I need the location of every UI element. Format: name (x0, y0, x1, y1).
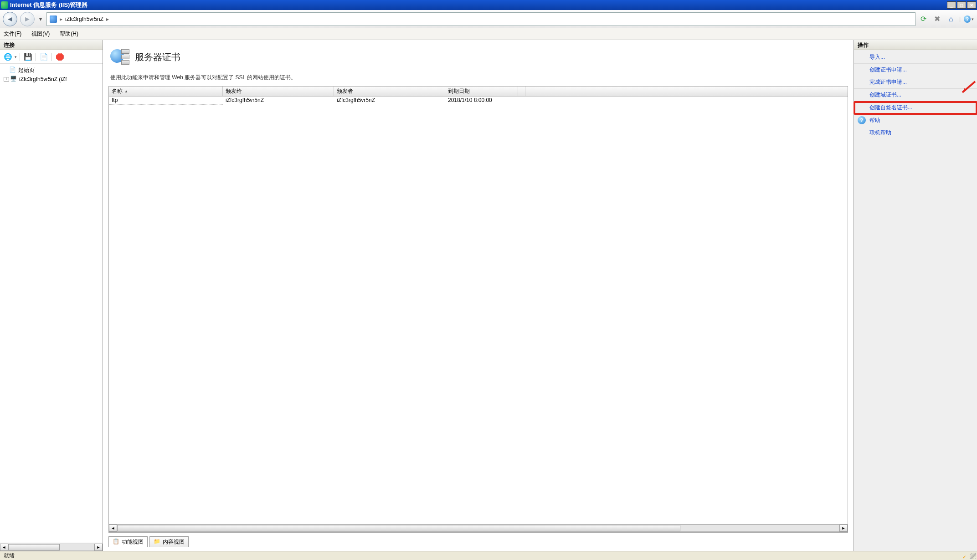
home-button[interactable]: ⌂ (946, 14, 956, 25)
maximize-button[interactable]: □ (957, 1, 966, 9)
statusbar: 就绪 ✔ (0, 551, 977, 560)
nav-row: ◄ ► ▾ ▸ iZfc3rgfh5vr5nZ ▸ ⟳ ✖ ⌂ | ? ▾ (0, 10, 977, 28)
action-help[interactable]: ? 帮助 (854, 114, 977, 127)
menu-view[interactable]: 视图(V) (31, 30, 50, 38)
toolbar-sep (20, 53, 20, 61)
connect-button[interactable]: 🌐 (3, 52, 13, 62)
center-panel: 服务器证书 使用此功能来申请和管理 Web 服务器可以对配置了 SSL 的网站使… (103, 40, 854, 551)
scroll-right-icon[interactable]: ► (94, 544, 103, 551)
scroll-thumb[interactable] (8, 544, 60, 550)
page-title: 服务器证书 (135, 51, 180, 63)
actions-list: 导入... 创建证书申请... 完成证书申请... 创建域证书... 创建自签名… (854, 50, 977, 140)
workarea: 连接 🌐 ▾ 💾 📄 🛑 📄 起始页 + 🖥️ iZfc3rgfh5vr5nZ … (0, 40, 977, 551)
page-heading-row: 服务器证书 (110, 47, 848, 66)
start-page-icon: 📄 (9, 66, 16, 74)
scroll-track[interactable] (8, 544, 94, 551)
help-icon: ? (858, 116, 866, 124)
chevron-down-icon[interactable]: ▾ (15, 55, 17, 59)
save-button[interactable]: 💾 (23, 52, 33, 62)
page-description: 使用此功能来申请和管理 Web 服务器可以对配置了 SSL 的网站使用的证书。 (110, 74, 846, 81)
action-create-selfsigned-cert[interactable]: 创建自签名证书... (854, 102, 977, 114)
scroll-right-icon[interactable]: ► (839, 524, 848, 532)
server-certificates-icon (110, 47, 129, 66)
up-button[interactable]: 📄 (39, 52, 49, 62)
tree-start-page[interactable]: 📄 起始页 (1, 66, 102, 75)
cell-expires: 2018/1/10 8:00:00 (445, 97, 518, 105)
close-button[interactable]: ✕ (967, 1, 976, 9)
actions-header: 操作 (854, 40, 977, 50)
toolbar-sep: | (959, 16, 961, 22)
table-hscrollbar[interactable]: ◄ ► (109, 524, 848, 532)
breadcrumb-sep-icon: ▸ (106, 16, 109, 22)
tab-feature-view[interactable]: 📋 功能视图 (108, 536, 148, 547)
content-view-icon: 📁 (154, 538, 161, 545)
nav-history-dropdown[interactable]: ▾ (37, 16, 44, 22)
stop-button[interactable]: ✖ (932, 14, 943, 25)
titlebar: Internet 信息服务 (IIS)管理器 _ □ ✕ (0, 0, 977, 10)
connections-header: 连接 (0, 40, 103, 50)
certificates-table: 名称▲ 颁发给 颁发者 到期日期 ftp iZfc3rgfh5vr5nZ iZf… (108, 86, 848, 533)
table-row[interactable]: ftp iZfc3rgfh5vr5nZ iZfc3rgfh5vr5nZ 2018… (109, 97, 848, 105)
action-create-request[interactable]: 创建证书申请... (854, 64, 977, 76)
help-dropdown-button[interactable]: ? ▾ (963, 14, 974, 25)
connections-tree: 📄 起始页 + 🖥️ iZfc3rgfh5vr5nZ (iZf (0, 64, 103, 543)
tree-expand-icon[interactable]: + (4, 77, 9, 81)
action-complete-request[interactable]: 完成证书申请... (854, 76, 977, 89)
tab-content-view[interactable]: 📁 内容视图 (149, 536, 189, 547)
tree-start-page-label: 起始页 (18, 66, 35, 74)
feature-view-icon: 📋 (113, 538, 120, 545)
action-import[interactable]: 导入... (854, 51, 977, 64)
left-hscrollbar[interactable]: ◄ ► (0, 543, 103, 551)
status-text: 就绪 (4, 552, 15, 560)
sort-asc-icon: ▲ (124, 89, 128, 93)
window-title: Internet 信息服务 (IIS)管理器 (10, 1, 946, 9)
col-header-issued-by[interactable]: 颁发者 (334, 87, 445, 96)
table-body: ftp iZfc3rgfh5vr5nZ iZfc3rgfh5vr5nZ 2018… (109, 97, 848, 524)
menu-help[interactable]: 帮助(H) (60, 30, 78, 38)
watermark-icon: ✔ (962, 555, 966, 560)
resize-grip-icon[interactable] (970, 553, 976, 559)
breadcrumb-sep-icon: ▸ (60, 16, 62, 22)
breadcrumb-server[interactable]: iZfc3rgfh5vr5nZ (65, 16, 103, 22)
action-create-domain-cert[interactable]: 创建域证书... (854, 89, 977, 102)
cell-issued-to: iZfc3rgfh5vr5nZ (223, 97, 334, 105)
connections-toolbar: 🌐 ▾ 💾 📄 🛑 (0, 50, 103, 64)
tree-server-node[interactable]: + 🖥️ iZfc3rgfh5vr5nZ (iZf (1, 75, 102, 84)
actions-panel: 操作 导入... 创建证书申请... 完成证书申请... 创建域证书... 创建… (854, 40, 977, 551)
nav-back-button[interactable]: ◄ (3, 12, 17, 26)
tab-feature-label: 功能视图 (122, 538, 144, 546)
connections-panel: 连接 🌐 ▾ 💾 📄 🛑 📄 起始页 + 🖥️ iZfc3rgfh5vr5nZ … (0, 40, 103, 551)
scroll-track[interactable] (117, 524, 839, 532)
view-tabs: 📋 功能视图 📁 内容视图 (108, 535, 848, 548)
menu-file[interactable]: 文件(F) (4, 30, 21, 38)
table-header: 名称▲ 颁发给 颁发者 到期日期 (109, 87, 848, 97)
col-header-extra[interactable] (518, 87, 525, 96)
menubar: 文件(F) 视图(V) 帮助(H) (0, 28, 977, 40)
help-icon: ? (964, 15, 971, 23)
scroll-left-icon[interactable]: ◄ (0, 544, 8, 551)
action-online-help[interactable]: 联机帮助 (854, 127, 977, 139)
minimize-button[interactable]: _ (947, 1, 956, 9)
toolbar-sep (51, 53, 52, 61)
nav-forward-button[interactable]: ► (20, 12, 35, 26)
app-icon (1, 1, 8, 9)
chevron-down-icon: ▾ (972, 17, 974, 21)
delete-connection-button[interactable]: 🛑 (55, 52, 65, 62)
refresh-button[interactable]: ⟳ (918, 14, 929, 25)
server-icon (50, 15, 57, 23)
col-header-issued-to[interactable]: 颁发给 (223, 87, 334, 96)
scroll-left-icon[interactable]: ◄ (109, 524, 117, 532)
tree-server-label: iZfc3rgfh5vr5nZ (iZf (19, 76, 67, 82)
col-header-name[interactable]: 名称▲ (109, 87, 223, 96)
server-icon: 🖥️ (10, 76, 17, 83)
cell-name: ftp (109, 97, 223, 105)
toolbar-sep (36, 53, 36, 61)
scroll-thumb[interactable] (117, 525, 680, 531)
tab-content-label: 内容视图 (163, 538, 185, 546)
col-header-expires[interactable]: 到期日期 (445, 87, 518, 96)
address-bar[interactable]: ▸ iZfc3rgfh5vr5nZ ▸ (46, 12, 915, 26)
cell-issued-by: iZfc3rgfh5vr5nZ (334, 97, 445, 105)
